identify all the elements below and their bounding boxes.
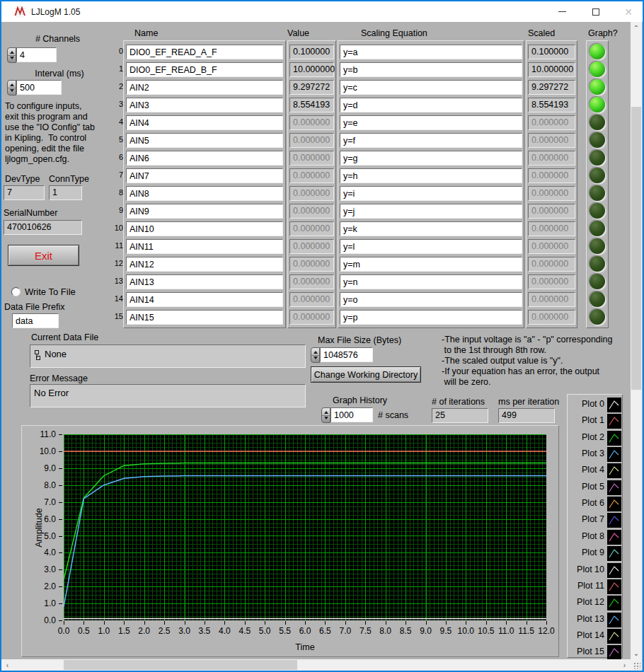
graph-history-spinner[interactable] <box>321 407 330 423</box>
channel-name-input[interactable] <box>126 204 283 219</box>
graph-led[interactable] <box>590 185 605 201</box>
legend-item[interactable]: Plot 4 <box>568 463 623 479</box>
channel-name-input[interactable] <box>126 115 283 130</box>
legend-item[interactable]: Plot 13 <box>568 613 623 628</box>
scaling-equation-input[interactable] <box>340 62 522 77</box>
channel-name-input[interactable] <box>126 133 283 148</box>
scroll-left-arrow[interactable]: ‹ <box>1 659 13 671</box>
graph-led[interactable] <box>590 203 605 219</box>
scaling-equation-input[interactable] <box>340 45 522 59</box>
legend-item[interactable]: Plot 12 <box>568 596 623 611</box>
channel-name-input[interactable] <box>126 186 283 201</box>
channel-name-input[interactable] <box>126 80 283 95</box>
channel-name-input[interactable] <box>126 168 283 183</box>
interval-spinner[interactable] <box>7 80 16 95</box>
table-row: 110.00000010.000000 <box>113 62 613 78</box>
minimize-button[interactable] <box>546 1 578 22</box>
channel-name-input[interactable] <box>126 62 283 77</box>
scaling-equation-input[interactable] <box>340 151 522 166</box>
scaling-equation-input[interactable] <box>340 292 522 307</box>
graph-led[interactable] <box>590 309 605 325</box>
scaling-equation-input[interactable] <box>340 204 522 219</box>
current-data-file-value: None <box>45 349 67 359</box>
scaling-equation-input[interactable] <box>340 115 522 130</box>
change-working-directory-button[interactable]: Change Working Directory <box>311 366 421 383</box>
scaling-equation-input[interactable] <box>340 98 522 112</box>
scaling-equation-input[interactable] <box>340 239 522 254</box>
channel-name-input[interactable] <box>126 221 283 236</box>
scaling-equation-input[interactable] <box>340 274 522 289</box>
serialnumber-field[interactable]: 470010626 <box>4 220 82 235</box>
scaling-equation-input[interactable] <box>340 257 522 272</box>
exit-button[interactable]: Exit <box>8 245 79 266</box>
graph-led[interactable] <box>590 132 605 148</box>
resize-grip[interactable] <box>633 662 640 669</box>
legend-item[interactable]: Plot 5 <box>568 480 623 496</box>
window-title: LJLogM 1.05 <box>31 7 80 17</box>
channel-name-input[interactable] <box>126 292 283 307</box>
legend-item-label: Plot 14 <box>569 630 604 640</box>
channel-name-input[interactable] <box>126 151 283 166</box>
interval-input[interactable] <box>16 80 62 95</box>
max-file-size-input[interactable] <box>320 347 373 362</box>
scaling-equation-input[interactable] <box>340 221 522 236</box>
channel-name-input[interactable] <box>126 274 283 289</box>
legend-item[interactable]: Plot 3 <box>568 447 623 463</box>
scaling-equation-input[interactable] <box>340 310 522 325</box>
write-to-file-radio[interactable] <box>11 287 21 296</box>
channels-spinner[interactable] <box>7 47 16 63</box>
channel-name-input[interactable] <box>126 45 283 59</box>
scaling-equation-input[interactable] <box>340 168 522 183</box>
channel-name-input[interactable] <box>126 98 283 112</box>
channels-input[interactable] <box>16 47 57 62</box>
legend-item[interactable]: Plot 1 <box>568 414 623 429</box>
legend-item[interactable]: Plot 7 <box>568 513 623 528</box>
legend-item[interactable]: Plot 2 <box>568 431 623 446</box>
legend-item[interactable]: Plot 6 <box>568 497 623 512</box>
data-file-prefix-input[interactable] <box>12 313 59 328</box>
legend-item[interactable]: Plot 14 <box>568 629 623 644</box>
legend-line-sample <box>607 579 621 594</box>
scroll-down-arrow[interactable]: ⌄ <box>631 647 642 659</box>
legend-item[interactable]: Plot 10 <box>568 563 623 579</box>
graph-led[interactable] <box>590 150 605 166</box>
horizontal-scrollbar-thumb[interactable] <box>64 660 297 670</box>
graph-led[interactable] <box>590 97 605 112</box>
graph-led[interactable] <box>590 168 605 183</box>
legend-line-sample <box>607 497 621 511</box>
scaling-equation-input[interactable] <box>340 133 522 148</box>
channel-name-input[interactable] <box>126 257 283 272</box>
conntype-field[interactable]: 1 <box>49 185 82 200</box>
channel-name-input[interactable] <box>126 239 283 254</box>
channel-name-input[interactable] <box>126 310 283 325</box>
legend-item[interactable]: Plot 9 <box>568 546 623 562</box>
vertical-scrollbar-thumb[interactable] <box>631 107 641 390</box>
x-tick-mark <box>245 621 246 625</box>
graph-led[interactable] <box>590 221 605 236</box>
max-file-size-spinner[interactable] <box>311 347 320 363</box>
scaling-equation-input[interactable] <box>340 80 522 95</box>
legend-item[interactable]: Plot 11 <box>568 579 623 595</box>
scroll-right-arrow[interactable]: › <box>619 659 631 671</box>
graph-led[interactable] <box>590 62 605 77</box>
graph-led[interactable] <box>590 115 605 130</box>
graph-led[interactable] <box>590 44 605 59</box>
devtype-field[interactable]: 7 <box>4 185 45 200</box>
legend-item[interactable]: Plot 15 <box>568 645 623 661</box>
graph-led[interactable] <box>590 256 605 272</box>
value-field: 0.000000 <box>289 239 334 254</box>
graph-led[interactable] <box>590 274 605 289</box>
legend-item[interactable]: Plot 0 <box>568 398 623 413</box>
vertical-scrollbar[interactable]: ⌃ ⌄ <box>631 22 642 659</box>
horizontal-scrollbar[interactable]: ‹ › <box>1 659 631 671</box>
legend-item[interactable]: Plot 8 <box>568 530 623 545</box>
maximize-button[interactable] <box>580 1 612 22</box>
scroll-up-arrow[interactable]: ⌃ <box>631 22 642 34</box>
value-field: 0.000000 <box>289 274 334 289</box>
close-button[interactable]: ✕ <box>612 1 644 22</box>
graph-led[interactable] <box>590 291 605 307</box>
graph-led[interactable] <box>590 238 605 254</box>
graph-led[interactable] <box>590 79 605 95</box>
graph-history-input[interactable] <box>330 407 373 422</box>
scaling-equation-input[interactable] <box>340 186 522 201</box>
